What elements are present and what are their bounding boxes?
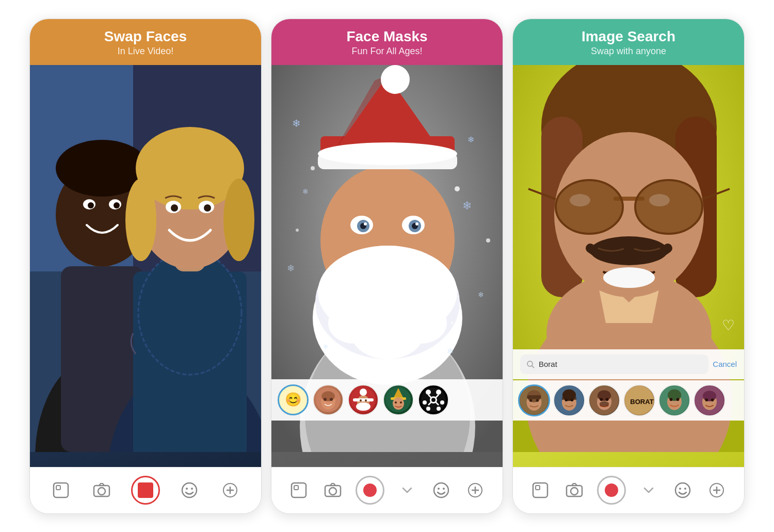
svg-point-71	[455, 186, 460, 191]
svg-text:❄: ❄	[323, 343, 328, 350]
svg-rect-166	[533, 483, 547, 497]
search-row: Borat Cancel	[513, 349, 744, 379]
gallery-button[interactable]	[529, 479, 552, 502]
mask-elf-button[interactable]	[383, 384, 414, 415]
add-icon	[222, 482, 238, 498]
svg-text:❄: ❄	[287, 263, 295, 273]
result-item-1[interactable]	[518, 384, 550, 416]
face-masks-header: Face Masks Fun For All Ages!	[271, 19, 503, 65]
svg-point-133	[603, 267, 655, 288]
gallery-button[interactable]	[287, 479, 310, 502]
result-item-3[interactable]	[588, 384, 620, 416]
result-item-6[interactable]	[694, 384, 725, 416]
snowflake-1: ❄	[292, 118, 301, 129]
snowflake-2: ❄	[467, 135, 474, 144]
svg-point-28	[98, 488, 105, 495]
svg-point-77	[321, 391, 335, 401]
record-button[interactable]	[356, 476, 384, 505]
svg-point-56	[364, 222, 367, 225]
svg-point-131	[649, 194, 670, 206]
svg-point-107	[329, 488, 336, 495]
svg-point-108	[434, 483, 448, 497]
svg-rect-105	[294, 486, 298, 490]
camera-button[interactable]	[90, 479, 113, 502]
add-icon	[708, 482, 725, 498]
image-search-image: ♡ Borat Cancel	[513, 65, 744, 467]
add-button[interactable]	[464, 479, 487, 502]
add-button[interactable]	[705, 479, 728, 502]
svg-text:❄: ❄	[478, 291, 484, 299]
face-masks-title: Face Masks	[346, 28, 427, 45]
svg-point-48	[341, 259, 388, 279]
svg-rect-167	[536, 486, 540, 490]
svg-point-169	[571, 488, 578, 495]
svg-point-152	[606, 398, 609, 401]
svg-point-9	[114, 202, 120, 208]
svg-point-100	[423, 400, 427, 405]
camera-button[interactable]	[321, 479, 344, 502]
svg-point-74	[450, 321, 454, 325]
svg-point-130	[570, 194, 590, 206]
record-button[interactable]	[597, 476, 626, 505]
svg-point-31	[191, 488, 193, 490]
search-input[interactable]: Borat	[520, 354, 708, 374]
gallery-icon	[531, 481, 550, 499]
svg-rect-26	[56, 486, 60, 490]
mask-santa-button[interactable]	[348, 384, 379, 415]
face-masks-toolbar	[271, 467, 503, 513]
chevron-button[interactable]	[637, 479, 660, 502]
svg-point-72	[296, 229, 299, 232]
svg-point-29	[182, 483, 197, 497]
emoji-button[interactable]	[430, 479, 453, 502]
mask-pirate-button[interactable]	[418, 384, 449, 415]
svg-point-98	[426, 390, 431, 395]
svg-point-151	[600, 398, 603, 401]
svg-point-164	[705, 398, 708, 401]
svg-point-86	[365, 399, 367, 401]
record-button[interactable]	[131, 476, 160, 505]
face-masks-card: Face Masks Fun For All Ages!	[271, 19, 503, 514]
image-search-header: Image Search Swap with anyone	[513, 19, 744, 65]
chevron-down-icon	[640, 482, 657, 498]
svg-point-57	[415, 222, 418, 225]
result-item-5[interactable]	[658, 384, 690, 416]
svg-point-91	[395, 401, 397, 404]
svg-point-63	[318, 142, 457, 165]
gallery-button[interactable]	[50, 479, 72, 502]
search-icon	[526, 360, 535, 368]
chevron-button[interactable]	[396, 479, 418, 502]
svg-point-24	[204, 204, 211, 212]
search-cancel-button[interactable]: Cancel	[713, 360, 737, 368]
svg-point-84	[360, 389, 367, 396]
emoji-button[interactable]	[671, 479, 694, 502]
mask-emoji-button[interactable]: 😊	[278, 384, 309, 415]
svg-point-92	[400, 401, 402, 404]
add-button[interactable]	[219, 479, 241, 502]
chevron-down-icon	[399, 482, 415, 498]
result-item-2[interactable]	[553, 384, 585, 416]
svg-point-150	[598, 390, 611, 401]
emoji-icon	[673, 481, 692, 499]
camera-icon	[324, 481, 342, 499]
svg-point-165	[711, 398, 714, 401]
svg-point-79	[330, 398, 333, 401]
svg-text:BORAT: BORAT	[630, 397, 654, 405]
masks-row: 😊	[271, 379, 503, 421]
result-item-4[interactable]: BORAT	[623, 384, 655, 416]
svg-point-171	[679, 488, 681, 490]
svg-point-102	[426, 407, 430, 411]
heart-icon[interactable]: ♡	[722, 317, 735, 334]
svg-point-101	[440, 400, 444, 405]
svg-point-23	[171, 204, 178, 212]
swap-faces-title: Swap Faces	[104, 28, 187, 45]
camera-button[interactable]	[563, 479, 586, 502]
emoji-button[interactable]	[178, 479, 201, 502]
swap-faces-subtitle: In Live Video!	[118, 46, 174, 57]
record-dot-icon	[605, 483, 618, 497]
svg-rect-104	[292, 483, 306, 497]
svg-point-14	[136, 251, 244, 395]
svg-point-46	[351, 308, 424, 359]
mask-face1-button[interactable]	[313, 384, 344, 415]
svg-point-99	[436, 390, 441, 395]
image-search-subtitle: Swap with anyone	[591, 46, 666, 57]
